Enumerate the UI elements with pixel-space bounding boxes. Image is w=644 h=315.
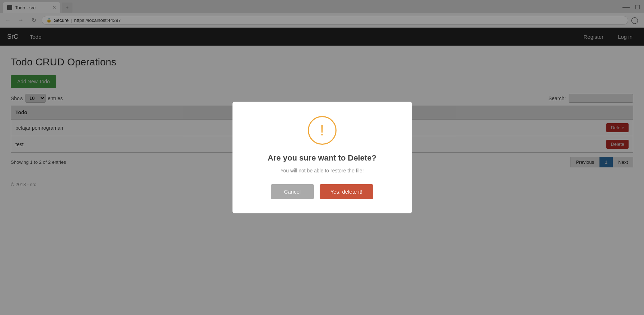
- modal-title: Are you sure want to Delete?: [250, 153, 394, 163]
- cancel-button[interactable]: Cancel: [271, 184, 314, 194]
- modal-subtitle: You will not be able to restore the file…: [250, 168, 394, 173]
- delete-confirmation-modal: ! Are you sure want to Delete? You will …: [232, 102, 412, 194]
- modal-overlay[interactable]: ! Are you sure want to Delete? You will …: [0, 0, 644, 194]
- modal-buttons: Cancel Yes, delete it!: [250, 184, 394, 194]
- warning-icon: !: [308, 116, 337, 145]
- confirm-delete-button[interactable]: Yes, delete it!: [320, 184, 373, 194]
